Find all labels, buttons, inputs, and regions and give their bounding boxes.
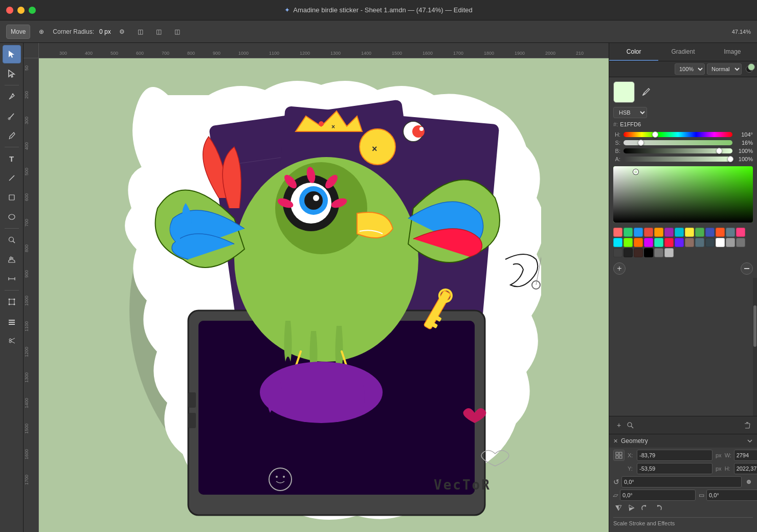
minimize-window-btn[interactable] [17, 7, 25, 14]
color-mode-select[interactable]: HSB RGB CMYK HSL [613, 107, 647, 118]
canvas-area[interactable]: 300 400 500 600 700 800 900 1000 1100 12… [24, 43, 609, 532]
color-swatch[interactable] [695, 228, 704, 237]
w-input[interactable] [734, 450, 757, 461]
select-tool-btn[interactable] [3, 45, 21, 63]
blend-mode-select[interactable]: Normal Multiply Screen Overlay [707, 63, 742, 75]
zoom-tool-btn[interactable] [3, 231, 21, 249]
color-swatch[interactable] [664, 238, 674, 247]
alpha-slider[interactable] [624, 157, 732, 162]
scissors-tool-btn[interactable] [3, 331, 21, 350]
geo-delete-btn[interactable] [742, 419, 753, 431]
color-swatch[interactable] [654, 248, 663, 257]
rect-angle-input[interactable] [706, 490, 757, 501]
remove-swatch-btn[interactable] [741, 262, 753, 275]
rotate-cw-btn[interactable] [653, 503, 663, 515]
main-color-swatch[interactable] [613, 81, 635, 103]
color-swatch[interactable] [675, 228, 684, 237]
canvas-viewport[interactable]: ♛ amadine app [39, 58, 609, 532]
color-swatch[interactable] [685, 238, 694, 247]
direct-select-tool-btn[interactable] [3, 64, 21, 83]
geo-fields: X: px W: px Y: px [609, 448, 757, 532]
y-input[interactable] [637, 463, 713, 474]
eyedropper-btn[interactable] [639, 85, 653, 99]
color-swatch[interactable] [736, 238, 745, 247]
align-left-btn[interactable]: ◫ [133, 25, 148, 39]
flip-h-btn[interactable] [613, 503, 624, 515]
geo-add-btn[interactable]: + [613, 419, 625, 431]
measure-tool-btn[interactable] [3, 270, 21, 288]
color-swatch[interactable] [613, 248, 622, 257]
hand-tool-btn[interactable] [3, 250, 21, 269]
color-swatch[interactable] [654, 228, 663, 237]
right-panel: Color Gradient Image 100% Normal Multipl… [609, 43, 757, 532]
hue-slider[interactable] [624, 132, 732, 137]
window-controls[interactable] [6, 7, 36, 14]
shear-input[interactable] [620, 490, 696, 501]
close-window-btn[interactable] [6, 7, 13, 14]
align-right-btn[interactable]: ◫ [170, 25, 185, 39]
color-swatch[interactable] [705, 238, 715, 247]
color-swatch[interactable] [634, 238, 643, 247]
color-swatch[interactable] [644, 238, 653, 247]
text-tool-btn[interactable]: T [3, 149, 21, 168]
svg-text:×: × [372, 144, 377, 154]
brightness-slider[interactable] [624, 148, 732, 153]
color-swatch[interactable] [654, 238, 663, 247]
geo-zoom-btn[interactable] [625, 419, 636, 431]
maximize-window-btn[interactable] [29, 7, 36, 14]
svg-rect-75 [616, 452, 618, 455]
color-swatch[interactable] [716, 228, 725, 237]
color-swatch[interactable] [624, 238, 633, 247]
brush-tool-btn[interactable] [3, 126, 21, 145]
saturation-slider[interactable] [624, 140, 732, 145]
zoom-select[interactable]: 100% [675, 63, 705, 75]
rect-icon: ▭ [699, 492, 704, 499]
panel-scrollbar[interactable] [753, 278, 757, 416]
color-swatch[interactable] [664, 228, 674, 237]
move-tool-label[interactable]: Move [6, 25, 30, 39]
color-swatch[interactable] [664, 248, 674, 257]
transform-tool-btn[interactable] [3, 293, 21, 311]
flip-v-btn[interactable] [627, 503, 637, 515]
color-swatch[interactable] [716, 238, 725, 247]
svg-point-14 [8, 299, 10, 300]
color-swatch[interactable] [685, 228, 694, 237]
ellipse-tool-btn[interactable] [3, 208, 21, 226]
color-swatch[interactable] [726, 228, 735, 237]
rotation1-input[interactable] [621, 476, 742, 487]
fill-swatch-overlay[interactable] [748, 63, 755, 71]
color-swatch[interactable] [613, 228, 622, 237]
color-picker[interactable] [613, 166, 753, 223]
color-swatch[interactable] [613, 238, 622, 247]
line-tool-btn[interactable] [3, 169, 21, 187]
color-swatch[interactable] [675, 238, 684, 247]
color-swatch[interactable] [644, 228, 653, 237]
color-swatch[interactable] [624, 228, 633, 237]
rotate-ccw-btn[interactable] [640, 503, 650, 515]
layers-btn[interactable] [3, 312, 21, 330]
add-swatch-btn[interactable]: + [613, 262, 626, 275]
h-input[interactable] [734, 463, 757, 474]
color-swatch[interactable] [736, 228, 745, 237]
geo-grid-icon-btn[interactable] [613, 450, 625, 461]
color-swatch[interactable] [726, 238, 735, 247]
color-swatch[interactable] [705, 228, 715, 237]
x-input[interactable] [637, 450, 713, 461]
color-swatch[interactable] [695, 238, 704, 247]
color-swatch[interactable] [644, 248, 653, 257]
tab-gradient[interactable]: Gradient [658, 43, 707, 61]
pencil-tool-btn[interactable] [3, 107, 21, 125]
color-swatch[interactable] [634, 248, 643, 257]
align-center-btn[interactable]: ◫ [152, 25, 166, 39]
color-swatch[interactable] [624, 248, 633, 257]
shape-tool-btn[interactable] [3, 188, 21, 207]
title-text: Amadine birdie sticker - Sheet 1.amdn — … [293, 6, 472, 14]
geometry-header[interactable]: ✕ Geometry [609, 434, 757, 448]
pen-tool-btn[interactable] [3, 87, 21, 106]
tab-color[interactable]: Color [609, 43, 658, 61]
settings-btn[interactable]: ⚙ [115, 25, 129, 39]
scrollbar-thumb[interactable] [753, 305, 756, 347]
crosshair-btn[interactable]: ⊕ [34, 25, 49, 39]
color-swatch[interactable] [634, 228, 643, 237]
tab-image[interactable]: Image [708, 43, 757, 61]
